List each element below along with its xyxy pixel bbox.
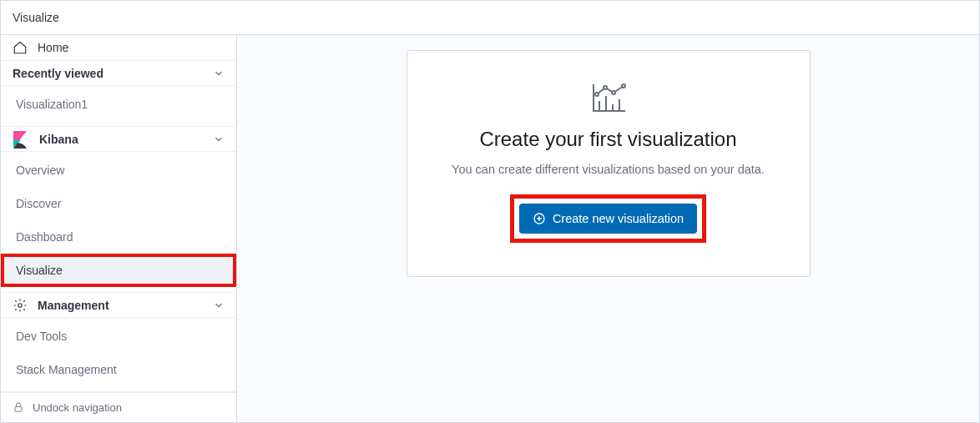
create-visualization-button-label: Create new visualization — [553, 212, 684, 225]
breadcrumb-current[interactable]: Visualize — [13, 11, 59, 24]
empty-state-title: Create your first visualization — [431, 128, 786, 151]
section-recently-viewed[interactable]: Recently viewed — [1, 61, 236, 86]
nav-visualize[interactable]: Visualize — [1, 254, 236, 287]
sidebar: Home Recently viewed Visualization1 K — [1, 35, 237, 422]
chevron-down-icon — [213, 68, 225, 79]
nav-stack-management[interactable]: Stack Management — [1, 353, 236, 386]
svg-point-6 — [612, 91, 615, 94]
empty-state-subtitle: You can create different visualizations … — [431, 163, 786, 176]
section-kibana-body: Overview Discover Dashboard Visualize — [1, 152, 236, 293]
chevron-down-icon — [213, 133, 225, 145]
gear-icon — [13, 298, 28, 313]
nav-overview[interactable]: Overview — [1, 154, 236, 187]
nav-discover[interactable]: Discover — [1, 187, 236, 220]
nav-dashboard[interactable]: Dashboard — [1, 220, 236, 254]
nav-home[interactable]: Home — [1, 35, 236, 61]
section-kibana-label: Kibana — [39, 133, 78, 146]
undock-navigation-label: Undock navigation — [33, 401, 122, 414]
section-recently-viewed-label: Recently viewed — [13, 67, 104, 80]
section-kibana[interactable]: Kibana — [1, 127, 236, 152]
recent-item[interactable]: Visualization1 — [1, 88, 236, 121]
svg-point-2 — [18, 303, 23, 307]
visualization-icon — [431, 81, 786, 114]
chevron-down-icon — [213, 300, 225, 311]
nav-dev-tools[interactable]: Dev Tools — [1, 320, 236, 353]
home-icon — [13, 40, 28, 55]
section-recently-viewed-body: Visualization1 — [1, 86, 236, 127]
main-content: Create your first visualization You can … — [237, 35, 979, 422]
plus-circle-icon — [533, 212, 546, 225]
create-button-highlight: Create new visualization — [510, 194, 706, 243]
create-visualization-button[interactable]: Create new visualization — [519, 204, 697, 234]
section-management-label: Management — [38, 299, 109, 312]
nav-home-label: Home — [38, 41, 68, 54]
section-management[interactable]: Management — [1, 293, 236, 318]
svg-rect-3 — [15, 407, 22, 412]
svg-point-7 — [622, 84, 625, 88]
topbar: Visualize — [1, 1, 979, 35]
svg-point-5 — [604, 86, 607, 89]
undock-navigation[interactable]: Undock navigation — [1, 392, 236, 422]
svg-point-4 — [595, 93, 599, 96]
lock-icon — [13, 401, 24, 413]
kibana-logo-icon — [13, 130, 29, 149]
empty-state-card: Create your first visualization You can … — [407, 50, 811, 277]
section-management-body: Dev Tools Stack Management — [1, 318, 236, 392]
